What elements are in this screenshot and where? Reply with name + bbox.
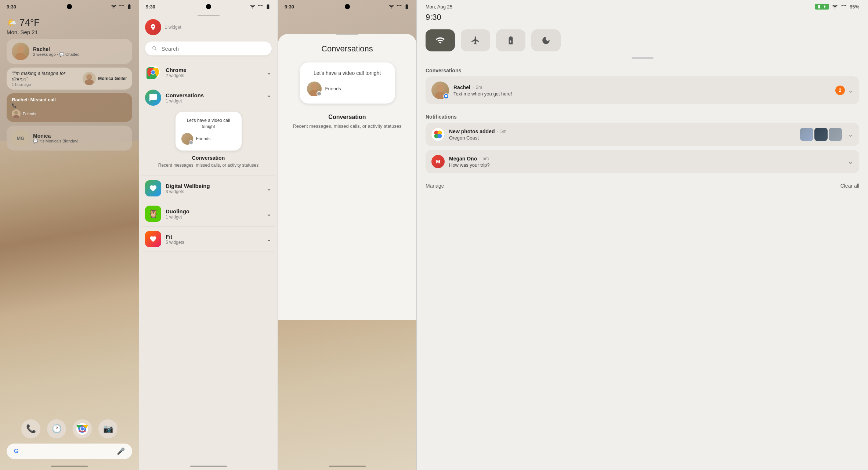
conversations-chevron: ⌄ — [266, 94, 272, 102]
dark-mode-tile-icon — [541, 36, 551, 45]
search-bar[interactable] — [145, 41, 272, 55]
mic-icon[interactable]: 🎤 — [117, 447, 125, 455]
monica-birthday-bubble[interactable]: MG Monica 💬 It's Monica's Birthday! — [7, 126, 132, 151]
photos-notif-time: 5m — [500, 129, 507, 134]
search-input[interactable] — [161, 46, 265, 52]
duolingo-owl: 🦉 — [148, 209, 158, 218]
gmail-icon: M — [431, 155, 445, 168]
chrome-icon-svg — [147, 66, 160, 79]
duolingo-header[interactable]: 🦉 Duolingo 1 widget ⌄ — [145, 206, 272, 222]
digital-wellbeing-header[interactable]: Digital Wellbeing 3 widgets ⌄ — [145, 180, 272, 196]
chrome-label: Chrome 2 widgets — [166, 67, 187, 78]
chrome-chevron: ⌄ — [266, 68, 272, 76]
dark-mode-tile[interactable] — [531, 29, 561, 51]
camera-dot-1 — [67, 4, 72, 9]
rachel-notif-content: Rachel · 2m Text me when you get here! — [453, 84, 831, 97]
fit-header[interactable]: Fit 5 widgets ⌄ — [145, 231, 272, 247]
svg-point-3 — [85, 79, 94, 85]
missed-call-bubble[interactable]: Rachel: Missed call 📞 Friends — [7, 93, 132, 122]
duolingo-icon: 🦉 — [145, 206, 161, 222]
friends-label: Friends — [23, 112, 36, 116]
signal-icon-4 — [841, 4, 847, 10]
megan-expand-icon[interactable]: ⌄ — [848, 158, 853, 166]
fit-icon — [145, 231, 161, 247]
chat-badge-icon — [445, 95, 448, 98]
google-search-bar[interactable]: G 🎤 — [7, 444, 132, 459]
photos-expand-icon[interactable]: ⌄ — [848, 130, 853, 138]
photo-thumb-3 — [829, 128, 842, 141]
wifi-tile[interactable] — [426, 29, 455, 51]
battery-saver-tile[interactable] — [496, 29, 525, 51]
top-partial: 1 widget — [139, 16, 278, 37]
conversations-icon-svg — [149, 93, 158, 102]
signal-icon-1 — [119, 4, 124, 10]
monica-msg-content: "I'm making a lasagna for dinner!" 1 hou… — [12, 70, 79, 87]
google-photos-icon — [431, 128, 445, 141]
dw-icon — [145, 180, 161, 196]
widget-picker-screen: 9:30 1 widget — [139, 0, 278, 470]
battery-green-icon — [817, 4, 821, 9]
top-partial-icon — [145, 19, 161, 35]
photos-notif-card[interactable]: New photos added · 5m Oregon Coast ⌄ — [426, 123, 859, 146]
dock-icons: 📞 🕐 📷 — [21, 419, 117, 438]
notif-time: 9:30 — [417, 12, 868, 26]
dw-app-info: Digital Wellbeing 3 widgets — [145, 180, 210, 196]
monica-avatar-small — [83, 72, 96, 85]
chrome-dock-icon[interactable] — [73, 419, 92, 438]
conversations-widget-header[interactable]: Conversations 1 widget ⌄ — [145, 90, 272, 106]
chrome-app-icon — [145, 64, 161, 80]
drag-bar-3 — [336, 34, 358, 35]
monica-msg-sender: Monica Geller — [83, 72, 127, 85]
conv-widget-preview[interactable]: Let's have a video call tonight Friends — [300, 62, 395, 104]
home-indicator-1 — [51, 466, 88, 467]
time-3: 9:30 — [285, 4, 294, 10]
conversations-app-info: Conversations 1 widget — [145, 90, 204, 106]
camera-icon[interactable]: 📷 — [98, 419, 117, 438]
rachel-notif-card[interactable]: Rachel · 2m Text me when you get here! 2… — [426, 76, 859, 104]
rachel-subtext: 2 weeks ago · 💬 Chatted — [33, 52, 80, 57]
svg-point-12 — [151, 70, 155, 74]
photo-thumb-1 — [800, 128, 813, 141]
manage-button[interactable]: Manage — [426, 183, 444, 189]
rachel-notif-time: 2m — [476, 85, 482, 90]
chrome-widget-header[interactable]: Chrome 2 widgets ⌄ — [145, 64, 272, 80]
google-logo: G — [14, 448, 18, 455]
duolingo-chevron: ⌄ — [266, 210, 272, 218]
battery-icon-2 — [265, 4, 271, 10]
wifi-icon-4 — [832, 4, 838, 10]
phone-icon[interactable]: 📞 — [21, 419, 40, 438]
notif-manage-row: Manage Clear all — [417, 180, 868, 192]
battery-icon-1 — [126, 4, 132, 10]
notif-status-bar: Mon, Aug 25 65% — [417, 0, 868, 12]
clock-icon[interactable]: 🕐 — [47, 419, 66, 438]
megan-notif-card[interactable]: M Megan Ono · 5m How was your trip? ⌄ — [426, 150, 859, 173]
time-1: 9:30 — [7, 4, 16, 10]
widget-desc-title: Conversation — [158, 155, 258, 161]
conversations-preview-card[interactable]: Let's have a video call tonight Friends — [176, 112, 242, 151]
monica-msg-bubble[interactable]: "I'm making a lasagna for dinner!" 1 hou… — [7, 68, 132, 90]
monica-avatar: MG — [12, 129, 29, 147]
bolt-icon — [822, 4, 827, 9]
conv-preview-group: Friends — [325, 86, 341, 91]
home-indicator-3 — [329, 466, 366, 467]
conversations-section: Conversations Rachel · 2m Text me when y… — [417, 65, 868, 111]
airplane-tile[interactable] — [461, 29, 490, 51]
megan-notif-time: 5m — [483, 156, 489, 161]
rachel-avatar-svg — [12, 43, 29, 60]
dw-icon-svg — [149, 184, 157, 192]
photos-notif-dot: · — [497, 129, 498, 134]
rachel-bubble[interactable]: Rachel 2 weeks ago · 💬 Chatted — [7, 39, 132, 64]
rachel-notif-msg: Text me when you get here! — [453, 91, 831, 97]
search-bar-container — [139, 37, 278, 60]
rachel-expand-icon[interactable]: ⌄ — [848, 86, 853, 94]
conversations-title: Conversations — [285, 44, 409, 54]
battery-green — [815, 4, 829, 10]
rachel-notif-badge-count: 2 — [835, 86, 845, 95]
quick-tiles — [417, 26, 868, 57]
dock: 📞 🕐 📷 G 🎤 — [0, 419, 139, 459]
clear-all-button[interactable]: Clear all — [840, 183, 859, 189]
weather-temp: 74°F — [19, 17, 40, 28]
monica-sender-name: Monica Geller — [98, 76, 127, 81]
conversations-preview-area: Let's have a video call tonight Friends … — [145, 106, 272, 171]
signal-icon-2 — [257, 4, 263, 10]
